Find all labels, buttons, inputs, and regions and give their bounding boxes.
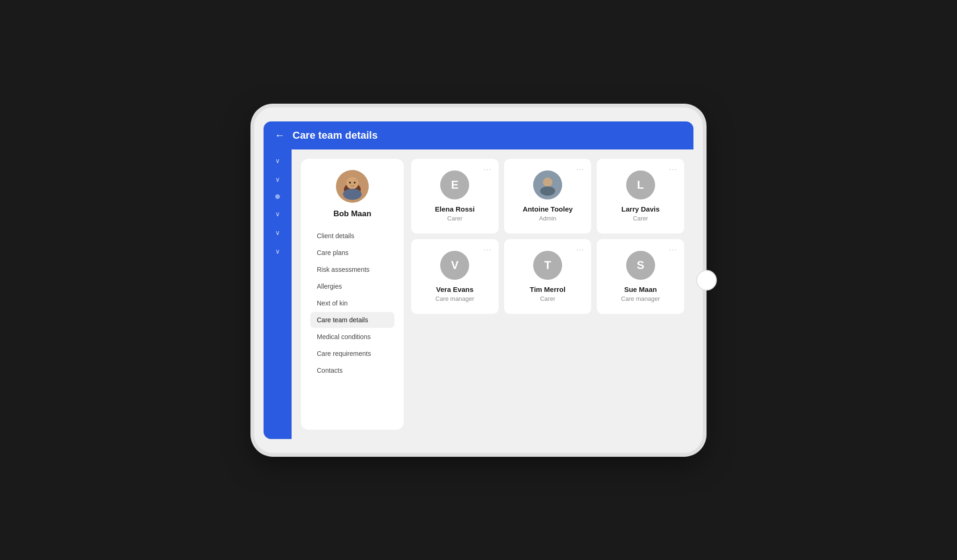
sidebar-chevron-2[interactable]: ∨ (275, 176, 280, 183)
nav-item-next-of-kin[interactable]: Next of kin (310, 295, 394, 311)
sidebar-chevron-5[interactable]: ∨ (275, 248, 280, 255)
role-elena: Carer (447, 215, 463, 222)
team-card-tim: ··· T Tim Merrol Carer (504, 239, 592, 314)
name-antoine: Antoine Tooley (522, 205, 572, 213)
team-card-antoine: ··· Antoine Tooley Admin (504, 159, 592, 234)
name-larry: Larry Davis (621, 205, 660, 213)
right-panel: ··· E Elena Rossi Carer ··· (411, 159, 684, 430)
avatar-tim: T (533, 251, 562, 280)
role-tim: Carer (540, 295, 556, 302)
role-larry: Carer (633, 215, 648, 222)
patient-avatar (336, 170, 369, 203)
avatar-antoine (533, 170, 562, 199)
nav-item-client-details[interactable]: Client details (310, 228, 394, 244)
role-sue: Care manager (621, 295, 660, 302)
team-card-vera: ··· V Vera Evans Care manager (411, 239, 499, 314)
nav-item-risk-assessments[interactable]: Risk assessments (310, 262, 394, 277)
svg-point-2 (346, 177, 358, 189)
main-layout: ∨ ∨ ∨ ∨ ∨ (264, 149, 693, 439)
nav-item-care-team-details[interactable]: Care team details (310, 312, 394, 328)
patient-name: Bob Maan (333, 209, 371, 219)
card-options-larry[interactable]: ··· (669, 165, 678, 173)
avatar-elena: E (440, 170, 469, 199)
nav-item-contacts[interactable]: Contacts (310, 362, 394, 378)
sidebar-chevron-4[interactable]: ∨ (275, 229, 280, 236)
nav-item-medical-conditions[interactable]: Medical conditions (310, 329, 394, 345)
tablet-frame: ← Care team details ∨ ∨ ∨ ∨ ∨ (254, 107, 703, 453)
name-elena: Elena Rossi (435, 205, 475, 213)
nav-item-allergies[interactable]: Allergies (310, 278, 394, 294)
card-options-sue[interactable]: ··· (669, 246, 678, 253)
name-tim: Tim Merrol (530, 285, 565, 293)
nav-item-care-requirements[interactable]: Care requirements (310, 346, 394, 362)
sidebar-chevron-1[interactable]: ∨ (275, 157, 280, 164)
name-vera: Vera Evans (436, 285, 473, 293)
card-options-elena[interactable]: ··· (484, 165, 492, 173)
sidebar-chevron-3[interactable]: ∨ (275, 210, 280, 218)
page-header: ← Care team details (264, 121, 693, 149)
avatar-larry: L (626, 170, 655, 199)
role-antoine: Admin (539, 215, 557, 222)
team-card-elena: ··· E Elena Rossi Carer (411, 159, 499, 234)
card-options-vera[interactable]: ··· (484, 246, 492, 253)
page-title: Care team details (293, 129, 378, 142)
back-button[interactable]: ← (275, 129, 285, 142)
sidebar: ∨ ∨ ∨ ∨ ∨ (264, 149, 292, 439)
card-options-tim[interactable]: ··· (577, 246, 585, 253)
nav-item-care-plans[interactable]: Care plans (310, 245, 394, 261)
nav-list: Client details Care plans Risk assessmen… (310, 228, 394, 378)
content-area: Bob Maan Client details Care plans Risk … (292, 149, 693, 439)
name-sue: Sue Maan (624, 285, 657, 293)
tablet-screen: ← Care team details ∨ ∨ ∨ ∨ ∨ (264, 121, 693, 439)
svg-point-5 (354, 182, 356, 184)
left-panel: Bob Maan Client details Care plans Risk … (301, 159, 404, 430)
card-options-antoine[interactable]: ··· (577, 165, 585, 173)
avatar-sue: S (626, 251, 655, 280)
sidebar-dot (275, 194, 280, 199)
svg-point-4 (349, 182, 351, 184)
svg-point-3 (343, 189, 362, 200)
team-card-larry: ··· L Larry Davis Carer (597, 159, 684, 234)
svg-point-8 (540, 186, 555, 196)
team-grid: ··· E Elena Rossi Carer ··· (411, 159, 684, 314)
role-vera: Care manager (436, 295, 474, 302)
svg-point-7 (543, 177, 552, 187)
avatar-vera: V (440, 251, 469, 280)
team-card-sue: ··· S Sue Maan Care manager (597, 239, 684, 314)
